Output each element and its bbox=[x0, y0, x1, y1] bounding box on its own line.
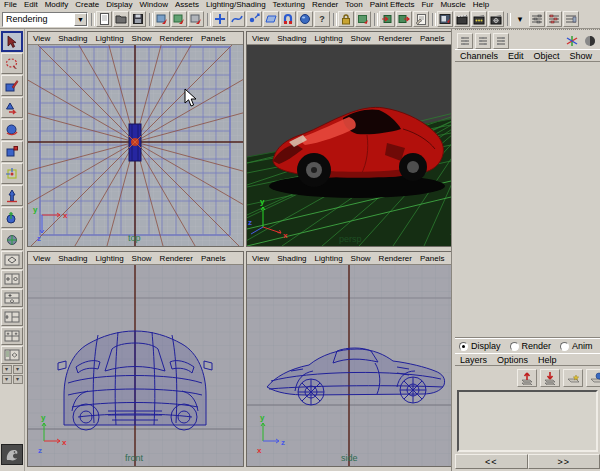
status-separator[interactable] bbox=[331, 12, 337, 27]
single-pane-layout-button[interactable] bbox=[1, 251, 23, 269]
two-pane-side-layout-button[interactable] bbox=[1, 270, 23, 288]
script-editor-icon[interactable] bbox=[413, 11, 429, 27]
construction-history-icon[interactable] bbox=[355, 11, 371, 27]
vp-menu-lighting[interactable]: Lighting bbox=[96, 34, 124, 43]
vp-menu-lighting[interactable]: Lighting bbox=[96, 254, 124, 263]
vp-menu-panels[interactable]: Panels bbox=[201, 254, 225, 263]
menu-file[interactable]: File bbox=[4, 0, 17, 10]
select-component-icon[interactable] bbox=[188, 11, 204, 27]
lock-selection-icon[interactable] bbox=[338, 11, 354, 27]
vp-menu-shading[interactable]: Shading bbox=[58, 254, 87, 263]
layout-option-4-button[interactable]: ▾ bbox=[13, 375, 23, 384]
menu-window[interactable]: Window bbox=[140, 0, 168, 10]
status-separator[interactable] bbox=[147, 12, 153, 27]
snap-to-grid-icon[interactable] bbox=[212, 11, 228, 27]
universal-manipulator-tool-button[interactable] bbox=[1, 163, 23, 184]
status-separator[interactable] bbox=[430, 12, 436, 27]
scale-tool-button[interactable] bbox=[1, 141, 23, 162]
channel-speed-mode-icon[interactable] bbox=[475, 33, 491, 49]
object-menu[interactable]: Object bbox=[534, 51, 560, 61]
move-layer-down-button[interactable] bbox=[540, 369, 560, 387]
car-top-footprint[interactable] bbox=[129, 124, 141, 161]
paint-select-tool-button[interactable] bbox=[1, 75, 23, 96]
vp-menu-view[interactable]: View bbox=[252, 34, 269, 43]
move-tool-button[interactable] bbox=[1, 97, 23, 118]
snap-to-plane-icon[interactable] bbox=[263, 11, 279, 27]
pager-next-button[interactable]: >> bbox=[528, 454, 600, 469]
create-empty-layer-button[interactable] bbox=[563, 369, 583, 387]
material-sphere-icon[interactable] bbox=[582, 33, 598, 49]
menu-help[interactable]: Help bbox=[473, 0, 489, 10]
two-pane-stacked-layout-button[interactable] bbox=[1, 289, 23, 307]
show-manipulator-tool-button[interactable] bbox=[1, 207, 23, 228]
open-scene-icon[interactable] bbox=[113, 11, 129, 27]
input-connections-icon[interactable] bbox=[379, 11, 395, 27]
menu-render[interactable]: Render bbox=[312, 0, 338, 10]
vp-menu-view[interactable]: View bbox=[33, 34, 50, 43]
menu-modify[interactable]: Modify bbox=[45, 0, 69, 10]
vp-menu-lighting[interactable]: Lighting bbox=[315, 254, 343, 263]
channel-hyperbolic-mode-icon[interactable] bbox=[493, 33, 509, 49]
display-radio[interactable]: Display bbox=[459, 341, 501, 351]
viewport-top-canvas[interactable]: x z y top bbox=[28, 45, 243, 246]
vp-menu-renderer[interactable]: Renderer bbox=[160, 254, 193, 263]
snap-to-curve-icon[interactable] bbox=[229, 11, 245, 27]
four-pane-layout-button[interactable] bbox=[1, 327, 23, 345]
vp-menu-shading[interactable]: Shading bbox=[58, 34, 87, 43]
snap-to-point-icon[interactable] bbox=[246, 11, 262, 27]
menu-set-selector[interactable]: Rendering ▼ bbox=[2, 12, 88, 27]
output-connections-icon[interactable] bbox=[396, 11, 412, 27]
options-menu[interactable]: Options bbox=[497, 355, 528, 365]
vp-menu-lighting[interactable]: Lighting bbox=[315, 34, 343, 43]
lasso-select-tool-button[interactable] bbox=[1, 53, 23, 74]
sidebar-caret-icon[interactable]: ▾ bbox=[512, 11, 528, 27]
status-separator[interactable] bbox=[89, 12, 95, 27]
select-tool-button[interactable] bbox=[1, 31, 23, 52]
select-hierarchy-icon[interactable] bbox=[154, 11, 170, 27]
chevron-down-icon[interactable]: ▼ bbox=[74, 13, 87, 26]
menu-muscle[interactable]: Muscle bbox=[440, 0, 465, 10]
vp-menu-view[interactable]: View bbox=[252, 254, 269, 263]
vp-menu-show[interactable]: Show bbox=[132, 34, 152, 43]
render-current-frame-icon[interactable] bbox=[454, 11, 470, 27]
layout-option-1-button[interactable]: ▾ bbox=[2, 365, 12, 374]
render-view-icon[interactable] bbox=[437, 11, 453, 27]
layout-option-2-button[interactable]: ▾ bbox=[13, 365, 23, 374]
channels-menu[interactable]: Channels bbox=[460, 51, 498, 61]
save-scene-icon[interactable] bbox=[130, 11, 146, 27]
vp-menu-panels[interactable]: Panels bbox=[420, 34, 444, 43]
edit-menu[interactable]: Edit bbox=[508, 51, 524, 61]
quick-help-icon[interactable]: ? bbox=[314, 11, 330, 27]
channel-slider-mode-icon[interactable] bbox=[457, 33, 473, 49]
viewport-front-canvas[interactable]: y x z front bbox=[28, 265, 243, 466]
move-layer-up-button[interactable] bbox=[517, 369, 537, 387]
show-channel-box-icon[interactable] bbox=[563, 11, 579, 27]
pager-prev-button[interactable]: << bbox=[455, 454, 528, 469]
vp-menu-renderer[interactable]: Renderer bbox=[160, 34, 193, 43]
menu-fur[interactable]: Fur bbox=[421, 0, 433, 10]
viewport-persp-canvas[interactable]: y x z persp bbox=[247, 45, 451, 246]
menu-display[interactable]: Display bbox=[106, 0, 132, 10]
new-scene-icon[interactable] bbox=[96, 11, 112, 27]
outliner-persp-layout-button[interactable] bbox=[1, 346, 23, 364]
layer-list[interactable] bbox=[457, 390, 598, 452]
render-radio[interactable]: Render bbox=[510, 341, 552, 351]
create-layer-with-selected-button[interactable] bbox=[586, 369, 600, 387]
show-menu[interactable]: Show bbox=[570, 51, 593, 61]
ipr-render-icon[interactable] bbox=[471, 11, 487, 27]
snap-to-view-icon[interactable] bbox=[297, 11, 313, 27]
vp-menu-renderer[interactable]: Renderer bbox=[379, 254, 412, 263]
menu-lighting-shading[interactable]: Lighting/Shading bbox=[206, 0, 266, 10]
vp-menu-panels[interactable]: Panels bbox=[201, 34, 225, 43]
rotate-tool-button[interactable] bbox=[1, 119, 23, 140]
layout-option-3-button[interactable]: ▾ bbox=[2, 375, 12, 384]
menu-paint-effects[interactable]: Paint Effects bbox=[370, 0, 415, 10]
render-settings-icon[interactable] bbox=[488, 11, 504, 27]
status-separator[interactable] bbox=[505, 12, 511, 27]
make-live-icon[interactable] bbox=[280, 11, 296, 27]
vp-menu-show[interactable]: Show bbox=[351, 34, 371, 43]
vp-menu-show[interactable]: Show bbox=[132, 254, 152, 263]
vp-menu-view[interactable]: View bbox=[33, 254, 50, 263]
menu-assets[interactable]: Assets bbox=[175, 0, 199, 10]
three-pane-layout-button[interactable] bbox=[1, 308, 23, 326]
